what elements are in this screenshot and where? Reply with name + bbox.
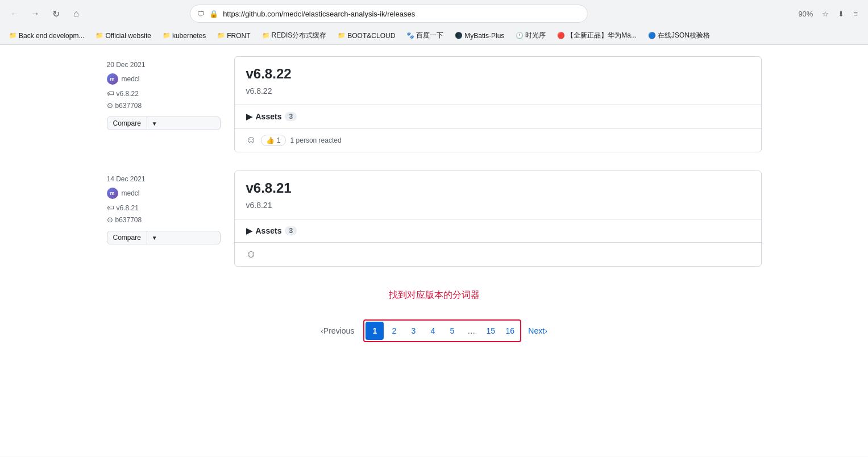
commit-hash[interactable]: b637708 xyxy=(115,216,142,224)
back-button[interactable]: ← xyxy=(7,6,23,22)
page-button-1[interactable]: 1 xyxy=(366,322,384,340)
compare-label: Compare xyxy=(107,231,147,244)
previous-page-button[interactable]: ‹ Previous xyxy=(316,322,359,340)
bookmark-official-website[interactable]: 📁 Official website xyxy=(91,30,155,41)
home-button[interactable]: ⌂ xyxy=(68,6,84,22)
release-sidebar: 20 Dec 2021 m medcl 🏷 v6.8.22 ⊙ b637708 … xyxy=(107,56,221,152)
bookmark-label: kubernetes xyxy=(172,32,206,40)
thumbsup-reaction[interactable]: 👍 1 xyxy=(261,135,286,146)
release-sidebar: 14 Dec 2021 m medcl 🏷 v6.8.21 ⊙ b637708 … xyxy=(107,171,221,267)
page-ellipsis: … xyxy=(462,322,480,340)
author-name: medcl xyxy=(122,189,140,197)
commit-icon: ⊙ xyxy=(107,101,113,110)
address-bar: 🛡 🔒 xyxy=(190,5,588,23)
compare-button[interactable]: Compare ▼ xyxy=(107,117,221,130)
folder-icon: 📁 xyxy=(163,32,171,39)
url-input[interactable] xyxy=(223,10,580,18)
reaction-text: 1 person reacted xyxy=(290,136,342,144)
compare-dropdown-icon: ▼ xyxy=(147,118,162,129)
browser-chrome: ← → ↻ ⌂ 🛡 🔒 90% ☆ ⬇ ≡ 📁 Back end develop… xyxy=(0,0,868,45)
bookmark-kubernetes[interactable]: 📁 kubernetes xyxy=(158,30,210,41)
bookmark-label: 百度一下 xyxy=(416,31,443,40)
page-button-15[interactable]: 15 xyxy=(481,322,500,340)
avatar: m xyxy=(107,73,118,85)
bookmark-mybatis[interactable]: 🌑 MyBatis-Plus xyxy=(450,30,509,41)
assets-label: Assets xyxy=(256,226,282,235)
thumbsup-icon: 👍 xyxy=(266,136,275,144)
release-title[interactable]: v6.8.22 xyxy=(246,66,750,82)
release-reactions: ☺ 👍 1 1 person reacted xyxy=(235,128,761,152)
assets-chevron-icon: ▶ xyxy=(246,112,252,121)
bookmark-label: 【全新正品】华为Ma... xyxy=(567,31,637,40)
bookmark-label: Back end developm... xyxy=(19,32,84,40)
release-assets-section: ▶ Assets 3 xyxy=(235,105,761,128)
next-page-button[interactable]: Next › xyxy=(524,322,551,340)
mybatis-icon: 🌑 xyxy=(455,32,463,39)
commit-hash[interactable]: b637708 xyxy=(115,102,142,110)
assets-count: 3 xyxy=(285,112,297,121)
page-button-3[interactable]: 3 xyxy=(404,322,422,340)
compare-dropdown-icon: ▼ xyxy=(147,232,162,243)
tag-icon: 🏷 xyxy=(107,203,114,212)
zoom-level[interactable]: 90% xyxy=(795,7,816,20)
page-content: 20 Dec 2021 m medcl 🏷 v6.8.22 ⊙ b637708 … xyxy=(0,45,868,456)
clock-icon: 🕐 xyxy=(516,32,524,39)
commit-icon: ⊙ xyxy=(107,215,113,224)
assets-toggle[interactable]: ▶ Assets 3 xyxy=(246,112,750,121)
bookmark-huawei[interactable]: 🔴 【全新正品】华为Ma... xyxy=(553,29,641,42)
folder-icon: 📁 xyxy=(9,32,17,39)
release-subtitle: v6.8.22 xyxy=(246,86,750,95)
folder-icon: 📁 xyxy=(217,32,225,39)
pagination-box: 1 2 3 4 5 … 15 16 xyxy=(363,319,521,342)
release-card: v6.8.21 v6.8.21 ▶ Assets 3 ☺ xyxy=(234,171,762,267)
assets-label: Assets xyxy=(256,112,282,121)
bookmark-label: 时光序 xyxy=(525,31,546,40)
bookmark-baidu[interactable]: 🐾 百度一下 xyxy=(402,29,448,42)
release-author: m medcl xyxy=(107,73,221,85)
download-button[interactable]: ⬇ xyxy=(834,7,848,20)
page-button-2[interactable]: 2 xyxy=(385,322,403,340)
reload-button[interactable]: ↻ xyxy=(48,6,64,22)
baidu-icon: 🐾 xyxy=(406,32,414,39)
huawei-icon: 🔴 xyxy=(557,32,565,39)
tag-value[interactable]: v6.8.21 xyxy=(117,204,139,212)
menu-button[interactable]: ≡ xyxy=(850,7,861,20)
page-button-16[interactable]: 16 xyxy=(501,322,519,340)
bookmark-front[interactable]: 📁 FRONT xyxy=(213,30,255,41)
browser-right-controls: 90% ☆ ⬇ ≡ xyxy=(795,7,861,20)
thumbsup-count: 1 xyxy=(277,136,281,144)
release-reactions: ☺ xyxy=(235,243,761,266)
bookmark-boot-cloud[interactable]: 📁 BOOT&CLOUD xyxy=(333,30,400,41)
releases-container: 20 Dec 2021 m medcl 🏷 v6.8.22 ⊙ b637708 … xyxy=(93,56,775,356)
shield-icon: 🛡 xyxy=(197,10,205,18)
add-reaction-button[interactable]: ☺ xyxy=(246,134,256,146)
release-card: v6.8.22 v6.8.22 ▶ Assets 3 ☺ 👍 1 xyxy=(234,56,762,152)
bookmark-json[interactable]: 🔵 在线JSON校验格 xyxy=(643,29,715,42)
release-card-header: v6.8.21 v6.8.21 xyxy=(235,171,761,219)
bookmark-redis[interactable]: 📁 REDIS分布式缓存 xyxy=(258,29,331,42)
bookmark-label: 在线JSON校验格 xyxy=(658,31,710,40)
folder-icon: 📁 xyxy=(95,32,103,39)
page-button-5[interactable]: 5 xyxy=(443,322,461,340)
release-entry: 14 Dec 2021 m medcl 🏷 v6.8.21 ⊙ b637708 … xyxy=(107,171,762,267)
compare-button[interactable]: Compare ▼ xyxy=(107,231,221,244)
annotation-text: 找到对应版本的分词器 xyxy=(107,285,762,310)
release-date: 20 Dec 2021 xyxy=(107,61,221,69)
release-entry: 20 Dec 2021 m medcl 🏷 v6.8.22 ⊙ b637708 … xyxy=(107,56,762,152)
add-reaction-button[interactable]: ☺ xyxy=(246,248,256,260)
bookmark-label: REDIS分布式缓存 xyxy=(272,31,327,40)
bookmarks-bar: 📁 Back end developm... 📁 Official websit… xyxy=(0,27,868,44)
forward-button[interactable]: → xyxy=(27,6,43,22)
page-button-4[interactable]: 4 xyxy=(423,322,442,340)
bookmark-shiguangxu[interactable]: 🕐 时光序 xyxy=(511,29,550,42)
release-assets-section: ▶ Assets 3 xyxy=(235,219,761,243)
assets-toggle[interactable]: ▶ Assets 3 xyxy=(246,226,750,235)
release-commit: ⊙ b637708 xyxy=(107,215,221,224)
star-button[interactable]: ☆ xyxy=(819,7,832,20)
tag-value[interactable]: v6.8.22 xyxy=(117,90,139,98)
bookmark-back-end[interactable]: 📁 Back end developm... xyxy=(5,30,89,41)
release-title[interactable]: v6.8.21 xyxy=(246,180,750,196)
folder-icon: 📁 xyxy=(262,32,270,39)
release-commit: ⊙ b637708 xyxy=(107,101,221,110)
release-author: m medcl xyxy=(107,188,221,199)
